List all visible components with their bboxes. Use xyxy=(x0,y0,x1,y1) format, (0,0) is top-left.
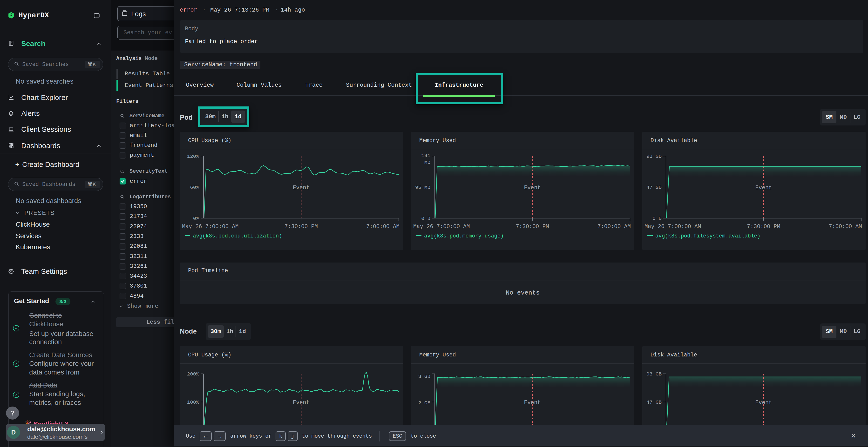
svg-text:7:30:00 PM: 7:30:00 PM xyxy=(284,224,318,230)
svg-text:7:00:00 AM: 7:00:00 AM xyxy=(366,224,400,230)
svg-text:47 GB: 47 GB xyxy=(646,400,661,405)
svg-text:Event: Event xyxy=(293,400,309,406)
svg-text:0 B: 0 B xyxy=(652,216,661,221)
svg-text:May 26 7:00:00 AM: May 26 7:00:00 AM xyxy=(413,224,470,230)
svg-text:avg(k8s.pod.filesystem.availab: avg(k8s.pod.filesystem.available) xyxy=(655,233,761,239)
svg-text:2 GB: 2 GB xyxy=(418,400,430,406)
svg-text:Event: Event xyxy=(524,400,540,406)
svg-text:May 26 7:00:00 AM: May 26 7:00:00 AM xyxy=(645,224,701,230)
svg-text:Event: Event xyxy=(293,185,309,191)
svg-text:7:30:00 PM: 7:30:00 PM xyxy=(516,224,549,230)
svg-text:avg(k8s.pod.memory.usage): avg(k8s.pod.memory.usage) xyxy=(424,233,504,239)
svg-text:93 GB: 93 GB xyxy=(646,371,661,377)
svg-text:7:00:00 AM: 7:00:00 AM xyxy=(597,224,631,230)
svg-text:Event: Event xyxy=(755,185,772,191)
svg-text:May 26 7:00:00 AM: May 26 7:00:00 AM xyxy=(182,224,239,230)
svg-text:avg(k8s.pod.cpu.utilization): avg(k8s.pod.cpu.utilization) xyxy=(193,233,282,239)
svg-text:191: 191 xyxy=(421,153,430,159)
svg-text:200%: 200% xyxy=(187,371,199,377)
svg-text:Event: Event xyxy=(755,400,772,406)
svg-text:120%: 120% xyxy=(187,153,199,159)
svg-text:MB: MB xyxy=(424,160,430,165)
svg-text:Event: Event xyxy=(524,185,540,191)
svg-text:47 GB: 47 GB xyxy=(646,185,661,190)
svg-text:7:00:00 AM: 7:00:00 AM xyxy=(829,224,862,230)
svg-text:60%: 60% xyxy=(190,185,199,190)
svg-text:93 GB: 93 GB xyxy=(646,153,661,159)
svg-text:3 GB: 3 GB xyxy=(418,374,430,379)
svg-text:95 MB: 95 MB xyxy=(415,185,430,190)
svg-text:100%: 100% xyxy=(187,400,199,405)
svg-text:0%: 0% xyxy=(193,216,199,221)
svg-text:7:30:00 PM: 7:30:00 PM xyxy=(747,224,780,230)
svg-text:0 B: 0 B xyxy=(421,216,430,221)
